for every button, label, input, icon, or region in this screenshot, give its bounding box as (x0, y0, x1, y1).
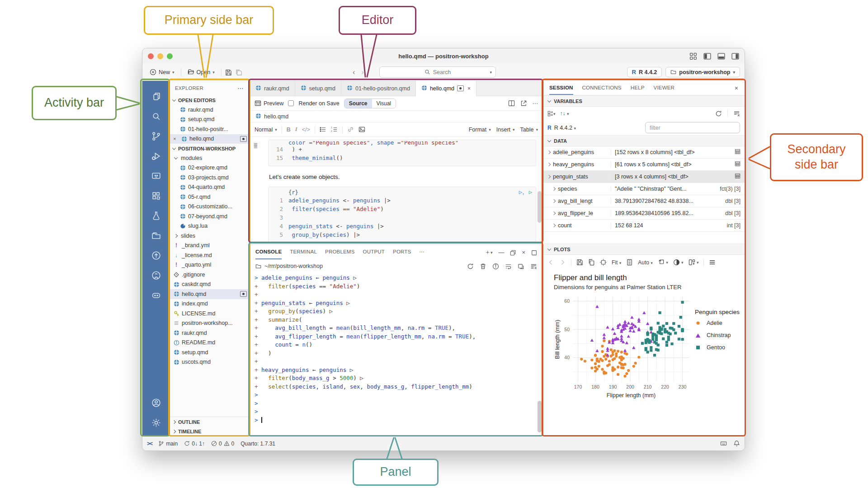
code-cell-1[interactable]: color = "Penguin species", shape = "Peng… (268, 140, 536, 166)
code-line[interactable]: 1adelie_penguins <- penguins |> (272, 197, 532, 206)
run-cell-icon[interactable]: ▷ (529, 189, 532, 196)
plot-sizing-icon[interactable] (600, 259, 607, 266)
navigate-forward-icon[interactable]: › (361, 68, 363, 76)
close-secondary-sidebar-icon[interactable]: × (735, 84, 738, 92)
customize-layout-icon[interactable] (689, 52, 697, 60)
workspace-selector[interactable]: positron-workshop▾ (665, 67, 740, 77)
toggle-primary-sidebar-icon[interactable] (703, 52, 711, 60)
session-tab-session[interactable]: SESSION (549, 81, 573, 95)
open-editor-item[interactable]: ×hello.qmd (170, 134, 250, 144)
tree-file[interactable]: 07-beyond.qmd (170, 211, 250, 221)
toggle-panel-icon[interactable] (717, 52, 725, 60)
cell-drag-handle-icon[interactable]: ≡≡ (254, 143, 257, 148)
editor-scrollbar[interactable] (538, 191, 542, 223)
global-search-box[interactable]: Search ▾ (379, 66, 496, 78)
session-tab-viewer[interactable]: VIEWER (654, 81, 675, 95)
move-console-icon[interactable] (518, 263, 524, 269)
panel-tab-ports[interactable]: PORTS (393, 245, 411, 259)
explorer-icon[interactable] (146, 86, 165, 106)
variable-row[interactable]: penguin_stats[3 rows x 4 columns] <tbl_d… (543, 171, 745, 183)
previous-plot-icon[interactable] (547, 259, 554, 266)
session-tab-connections[interactable]: CONNECTIONS (582, 81, 622, 95)
testing-icon[interactable] (146, 206, 165, 225)
settings-icon[interactable] (146, 413, 165, 432)
tree-file[interactable]: README.md (170, 338, 250, 348)
close-panel-icon[interactable]: × (522, 249, 525, 256)
editor-content[interactable]: ≡≡ color = "Penguin species", shape = "P… (250, 137, 542, 244)
tree-file[interactable]: hello.qmd (170, 289, 250, 299)
split-editor-icon[interactable] (508, 100, 515, 107)
open-editor-item[interactable]: 01-hello-positr... (170, 124, 250, 134)
numbered-list-icon[interactable]: 12 (331, 126, 338, 133)
variable-row[interactable]: species"Adelie " "Chinstrap" "Gent...fct… (543, 183, 745, 195)
tree-file[interactable]: slug.lua (170, 221, 250, 231)
tree-file[interactable]: 06-customizatio... (170, 202, 250, 212)
save-all-icon[interactable] (236, 68, 242, 76)
tree-file[interactable]: !_brand.yml (170, 241, 250, 251)
new-console-icon[interactable]: ＋▾ (485, 248, 493, 256)
session-tab-help[interactable]: HELP (631, 81, 645, 95)
new-button[interactable]: New▾ (147, 67, 177, 77)
minimize-panel-icon[interactable]: — (498, 249, 504, 256)
variables-section-header[interactable]: VARIABLES (543, 95, 745, 107)
plot-list-icon[interactable] (709, 259, 716, 266)
run-above-icon[interactable]: ▷↑ (519, 189, 524, 196)
open-data-viewer-icon[interactable] (735, 173, 741, 180)
editor-more-icon[interactable]: ⋯ (533, 100, 538, 107)
editor-tab[interactable]: setup.qmd (295, 81, 341, 96)
paragraph-style-dropdown[interactable]: Normal▾ (255, 127, 277, 133)
interpreter-selector[interactable]: R R 4.4.2 (627, 67, 662, 77)
editor-tab[interactable]: hello.qmd× (416, 81, 476, 96)
quarto-version[interactable]: Quarto: 1.7.31 (241, 441, 275, 447)
panel-tab-terminal[interactable]: TERMINAL (290, 245, 317, 259)
editor-tab[interactable]: raukr.qmd (250, 81, 295, 96)
tree-file[interactable]: uscots.qmd (170, 357, 250, 367)
variable-row[interactable]: avg_flipper_le189.95364238410596 195.82.… (543, 207, 745, 220)
export-plot-icon[interactable]: ▾ (658, 259, 668, 266)
sync-indicator[interactable]: 0↓ 1↑ (184, 441, 205, 447)
code-line[interactable]: 14 ) + (272, 146, 532, 155)
panel-tab-output[interactable]: OUTPUT (363, 245, 385, 259)
info-icon[interactable] (492, 263, 499, 269)
workspace-section[interactable]: POSITRON-WORKSHOP (170, 144, 250, 153)
tree-folder[interactable]: modules (170, 153, 250, 163)
trash-icon[interactable] (480, 263, 486, 269)
plot-layout-icon[interactable]: ▾ (689, 259, 699, 266)
source-visual-toggle[interactable]: Source Visual (344, 99, 396, 108)
next-plot-icon[interactable] (559, 259, 566, 266)
expand-icon[interactable] (547, 150, 551, 154)
visual-mode-button[interactable]: Visual (372, 99, 396, 108)
auto-dropdown[interactable]: Auto ▾ (638, 259, 653, 266)
group-variables-icon[interactable]: ▾ (547, 110, 556, 117)
extensions-icon[interactable] (146, 186, 165, 206)
navigate-back-icon[interactable]: ‹ (353, 68, 355, 76)
tree-file[interactable]: 05-r.qmd (170, 192, 250, 202)
tree-file[interactable]: ↓_license.md (170, 250, 250, 260)
tree-file[interactable]: 03-projects.qmd (170, 173, 250, 183)
tree-file[interactable]: caskdr.qmd (170, 280, 250, 290)
maximize-panel-icon[interactable] (531, 249, 537, 255)
save-plot-icon[interactable] (576, 259, 583, 266)
bold-icon[interactable]: B (287, 127, 291, 133)
source-control-icon[interactable] (146, 126, 165, 146)
code-line[interactable]: 5 group_by(species) |> (272, 231, 532, 240)
open-data-viewer-icon[interactable] (735, 161, 741, 168)
variable-row[interactable]: adelie_penguins[152 rows x 8 columns] <t… (543, 146, 745, 159)
bullet-list-icon[interactable] (320, 126, 326, 133)
contrast-icon[interactable]: ▾ (673, 259, 684, 266)
tree-file[interactable]: raukr.qmd (170, 328, 250, 338)
tree-folder[interactable]: slides (170, 231, 250, 241)
table-menu[interactable]: Table▾ (520, 127, 538, 133)
markdown-paragraph[interactable]: Let's create some objects. (269, 174, 535, 180)
variable-row[interactable]: count152 68 124int [3] (543, 220, 745, 232)
panel-tab-console[interactable]: CONSOLE (255, 245, 282, 259)
expand-icon[interactable] (552, 199, 556, 203)
timeline-section[interactable]: TIMELINE (170, 427, 250, 436)
open-editors-section[interactable]: OPEN EDITORS (170, 95, 250, 105)
runtime-selector[interactable]: R 4.4.2 ▾ (554, 125, 576, 131)
tree-file[interactable]: index.qmd (170, 299, 250, 309)
fit-dropdown[interactable]: Fit ▾ (612, 259, 621, 266)
explorer-more-icon[interactable]: ⋯ (237, 84, 244, 92)
plots-section-header[interactable]: PLOTS (543, 244, 745, 255)
restore-panel-icon[interactable] (510, 249, 516, 255)
